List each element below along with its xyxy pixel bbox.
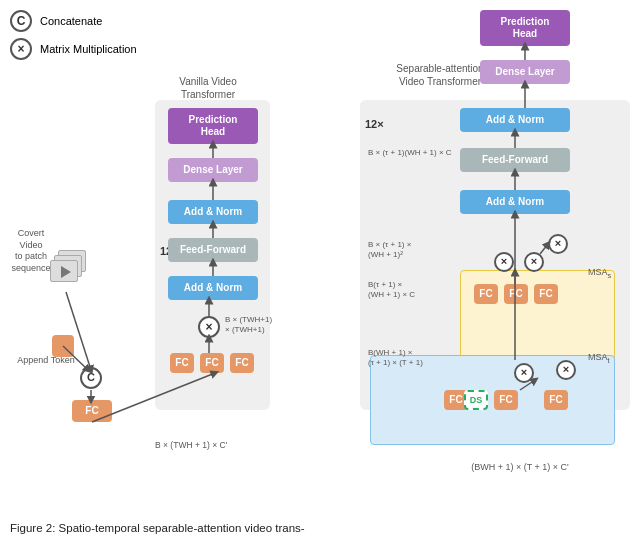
dim-sep-2: B(τ + 1) ×(WH + 1) × C (368, 280, 415, 301)
svg-marker-0 (61, 266, 71, 278)
token-square (52, 335, 74, 357)
fc-sep-t3: FC (544, 390, 568, 410)
dim-sep-t: B(WH + 1) ×(τ + 1) × (T + 1) (368, 348, 423, 369)
add-norm-sep-top: Add & Norm (460, 108, 570, 132)
fc-sep-s3: FC (534, 284, 558, 304)
feed-forward-sep: Feed-Forward (460, 148, 570, 172)
mult-sep-s-main: × (548, 234, 568, 254)
pred-head-vanilla: PredictionHead (168, 108, 258, 144)
vanilla-label: Vanilla VideoTransformer (148, 75, 268, 101)
dim-bottom-vanilla: B × (TWH + 1) × C' (155, 440, 227, 451)
figure-caption: Figure 2: Spatio-temporal separable-atte… (10, 522, 305, 534)
msa-s-label: MSAs (588, 267, 611, 281)
dense-layer-sep: Dense Layer (480, 60, 570, 84)
mult-sep-t-outer: × (556, 360, 576, 380)
fc-left: FC (72, 400, 112, 422)
ds-node: DS (464, 390, 488, 410)
mult-sep-t-inner: × (514, 363, 534, 383)
dim-sep-1: B × (τ + 1) ×(WH + 1)² (368, 240, 411, 261)
legend: C Concatenate × Matrix Multiplication (10, 10, 137, 66)
fc-vanilla-3: FC (230, 353, 254, 373)
matrix-mult-symbol: × (10, 38, 32, 60)
fc-vanilla-2: FC (200, 353, 224, 373)
mult-vanilla: × (198, 316, 220, 338)
mult-sep-s-inner: × (494, 252, 514, 272)
covert-video-label: Covert Videoto patchsequence (6, 228, 56, 275)
pred-head-sep: PredictionHead (480, 10, 570, 46)
add-norm-sep-mid: Add & Norm (460, 190, 570, 214)
diagram: C Concatenate × Matrix Multiplication Va… (0, 0, 640, 510)
dim-sep-top: B × (τ + 1)(WH + 1) × C (368, 148, 452, 158)
concatenate-label: Concatenate (40, 15, 102, 27)
dim-sep-bot: (BWH + 1) × (T + 1) × C' (440, 462, 600, 472)
sep-repeat-label: 12× (365, 118, 384, 130)
matrix-mult-label: Matrix Multiplication (40, 43, 137, 55)
dim-vanilla-label: B × (TWH+1)× (TWH+1) (225, 315, 272, 336)
concatenate-symbol: C (10, 10, 32, 32)
legend-concatenate: C Concatenate (10, 10, 137, 32)
legend-matrix-mult: × Matrix Multiplication (10, 38, 137, 60)
mult-sep-s-inner2: × (524, 252, 544, 272)
dense-layer-vanilla: Dense Layer (168, 158, 258, 182)
fc-vanilla-1: FC (170, 353, 194, 373)
concat-c-node: C (80, 367, 102, 389)
add-norm-vanilla-bot: Add & Norm (168, 276, 258, 300)
fc-sep-t2: FC (494, 390, 518, 410)
fc-sep-s1: FC (474, 284, 498, 304)
fc-sep-s2: FC (504, 284, 528, 304)
msa-t-label: MSAt (588, 352, 610, 366)
feed-forward-vanilla: Feed-Forward (168, 238, 258, 262)
add-norm-vanilla-top: Add & Norm (168, 200, 258, 224)
